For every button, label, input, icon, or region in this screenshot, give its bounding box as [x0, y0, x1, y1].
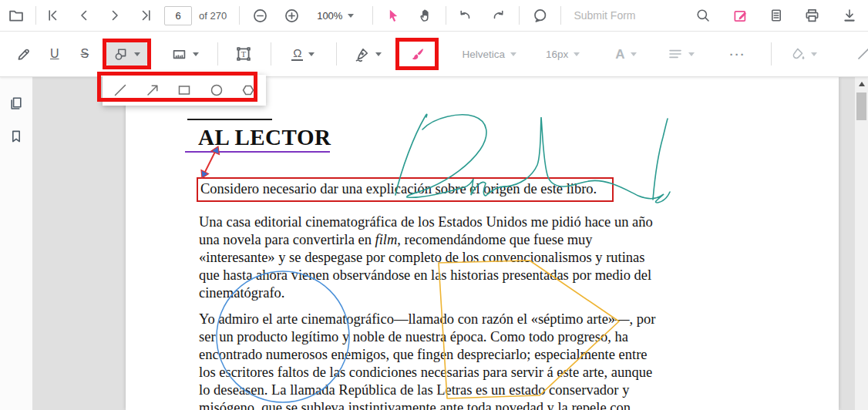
document-line: ser un producto legítimo y noble de nues… [199, 328, 656, 346]
divider [446, 6, 446, 25]
underline-tool-button[interactable]: U [50, 48, 59, 60]
scrollbar-thumb[interactable] [856, 92, 866, 120]
print-button[interactable] [804, 8, 820, 24]
more-options-icon: ··· [730, 49, 746, 60]
shape-rectangle-option[interactable] [177, 82, 192, 98]
paint-bucket-icon [790, 46, 806, 62]
highlighter-tool-button[interactable] [15, 46, 32, 62]
document-line: Una casa editorial cinematográfica de lo… [199, 213, 653, 231]
divider [217, 42, 218, 66]
document-line: una novela para convertirla en film, rec… [199, 231, 653, 249]
text-box-tool-button[interactable]: T [235, 45, 252, 62]
pen-icon [15, 46, 32, 62]
undo-button[interactable] [457, 8, 473, 23]
previous-page-button[interactable] [76, 8, 92, 23]
page-number-input[interactable] [164, 6, 192, 25]
black-underline-annotation [187, 119, 272, 120]
zoom-level-dropdown[interactable]: 100% [317, 10, 354, 22]
edit-mode-button[interactable] [732, 8, 749, 24]
document-line: misógeno, que se subleva instintivamente… [199, 399, 656, 410]
stamp-icon: Ω [291, 47, 303, 61]
comment-tool-button[interactable] [532, 8, 548, 24]
zoom-out-icon [252, 8, 268, 24]
purple-underline-annotation [185, 151, 330, 153]
divider [271, 42, 271, 66]
edit-icon [732, 8, 749, 24]
submit-form-label: Submit Form [574, 9, 635, 22]
scroll-up-arrow-icon[interactable] [859, 82, 865, 86]
page-count-label: of 270 [199, 10, 227, 22]
paragraph-1: Una casa editorial cinematográfica de lo… [199, 213, 653, 302]
chevron-down-icon [134, 52, 140, 56]
zoom-out-button[interactable] [252, 8, 268, 24]
rectangle-shape-icon [177, 82, 192, 98]
line-stroke-icon [856, 46, 868, 62]
brush-highlight-box [395, 38, 439, 70]
align-dropdown[interactable] [668, 46, 695, 62]
shape-line-option[interactable] [113, 82, 128, 98]
shape-polygon-option[interactable] [241, 82, 256, 98]
left-sidebar [0, 77, 32, 410]
download-button[interactable] [842, 8, 857, 23]
chevron-down-icon [574, 52, 580, 56]
strikethrough-tool-button[interactable]: S [81, 48, 89, 60]
pdf-editor-app: of 270 100% Submit For [0, 0, 868, 410]
pages-icon [8, 96, 24, 111]
shapes-icon [113, 46, 129, 62]
text-tool-letter: T [241, 50, 247, 59]
zoom-in-icon [284, 8, 300, 24]
font-size-dropdown[interactable]: 16px [546, 49, 580, 60]
chevron-left-icon [76, 8, 92, 23]
search-icon [695, 8, 711, 23]
more-options-button[interactable]: ··· [730, 49, 746, 60]
align-icon [668, 46, 683, 62]
hand-tool-button[interactable] [418, 8, 433, 23]
chevron-right-icon [107, 8, 123, 23]
line-text: , recomendándome que fuese muy [397, 232, 592, 247]
folder-icon [8, 7, 25, 24]
bookmarks-button[interactable] [8, 129, 24, 144]
pages-view-button[interactable] [769, 8, 784, 23]
hand-icon [418, 8, 433, 23]
image-tool-button[interactable] [171, 46, 199, 62]
download-icon [842, 8, 857, 23]
last-page-icon [138, 8, 153, 23]
line-shape-icon [113, 82, 128, 98]
next-page-button[interactable] [107, 8, 123, 23]
font-color-dropdown[interactable]: A [615, 48, 636, 61]
divider [372, 6, 373, 25]
document-line: que hasta ahora vienen observándose en l… [199, 267, 653, 284]
brush-tool-button[interactable] [399, 42, 435, 66]
circle-shape-icon [209, 82, 224, 98]
redo-icon [491, 8, 506, 23]
vertical-scrollbar[interactable] [855, 77, 868, 410]
underline-label: U [50, 48, 59, 60]
font-family-dropdown[interactable]: Helvetica [462, 49, 516, 60]
arrow-shape-icon [145, 82, 160, 98]
strikethrough-label: S [81, 48, 89, 60]
redo-button[interactable] [491, 8, 506, 23]
sidebar-toggle-button[interactable] [8, 7, 25, 24]
select-tool-button[interactable] [385, 8, 401, 23]
shape-arrow-option[interactable] [145, 82, 160, 98]
zoom-in-button[interactable] [284, 8, 300, 24]
submit-form-button[interactable]: Submit Form [574, 9, 635, 22]
fill-color-dropdown[interactable] [790, 46, 817, 62]
stamp-tool-button[interactable]: Ω [291, 47, 315, 61]
undo-icon [457, 8, 473, 23]
fountain-pen-icon [354, 46, 370, 62]
divider [336, 42, 337, 66]
signature-tool-button[interactable] [354, 46, 382, 62]
document-line: «interesante» y se despegase por complet… [199, 249, 653, 267]
shapes-tool-button[interactable] [106, 42, 147, 66]
first-page-button[interactable] [45, 8, 61, 23]
document-title: AL LECTOR [198, 125, 331, 150]
shape-circle-option[interactable] [209, 82, 224, 98]
search-button[interactable] [695, 8, 711, 23]
divider [560, 6, 561, 25]
last-page-button[interactable] [138, 8, 153, 23]
page-thumbnails-button[interactable] [8, 96, 24, 111]
stroke-style-dropdown[interactable] [856, 46, 868, 62]
red-boxed-sentence: Considero necesario dar una explicación … [197, 177, 614, 202]
chevron-down-icon [688, 52, 695, 56]
